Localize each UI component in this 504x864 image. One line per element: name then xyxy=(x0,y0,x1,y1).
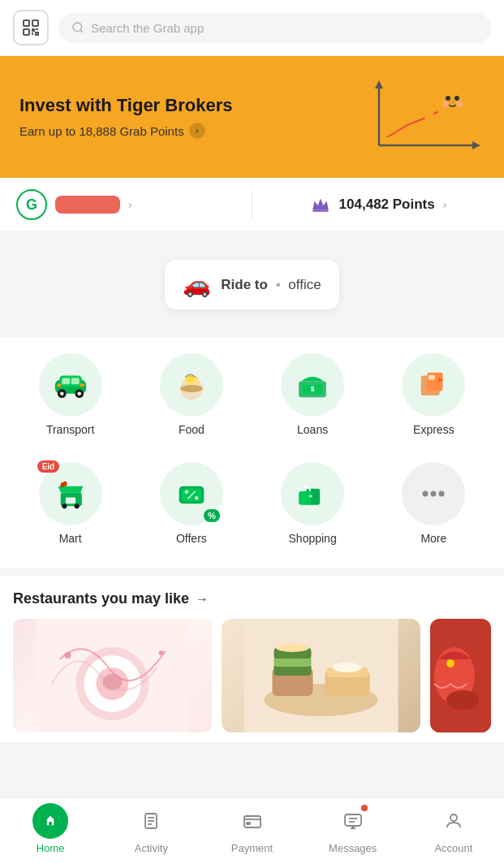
account-icon-bg xyxy=(436,803,472,839)
svg-point-10 xyxy=(454,96,459,101)
svg-point-60 xyxy=(65,652,71,659)
svg-rect-41 xyxy=(65,498,75,504)
svg-text:$: $ xyxy=(311,385,315,393)
svg-point-8 xyxy=(434,83,470,119)
svg-point-70 xyxy=(333,663,362,672)
svg-rect-77 xyxy=(49,822,52,825)
svg-rect-16 xyxy=(312,210,329,212)
home-icon xyxy=(41,811,60,831)
activity-nav-label: Activity xyxy=(135,842,168,854)
svg-point-52 xyxy=(423,491,429,497)
user-profile-section[interactable]: G › xyxy=(16,189,252,220)
restaurant-image-1 xyxy=(13,619,212,732)
shopping-icon-wrap xyxy=(281,462,344,525)
service-express[interactable]: Express xyxy=(377,343,491,446)
loans-icon: $ xyxy=(294,366,331,404)
service-shopping[interactable]: Shopping xyxy=(256,452,370,555)
express-icon-wrap xyxy=(402,353,465,417)
loans-icon-wrap: $ xyxy=(281,353,344,417)
svg-point-53 xyxy=(431,491,437,497)
nav-home[interactable]: Home xyxy=(0,798,101,864)
offers-icon-wrap: % xyxy=(160,462,223,525)
nav-account[interactable]: Account xyxy=(403,798,504,864)
scan-button[interactable] xyxy=(13,10,49,45)
restaurants-header: Restaurants you may like → xyxy=(13,590,491,607)
restaurant-image-2 xyxy=(222,619,420,732)
svg-rect-25 xyxy=(80,383,84,387)
svg-rect-43 xyxy=(62,482,67,486)
nav-messages[interactable]: Messages xyxy=(303,798,403,864)
food-label: Food xyxy=(179,423,205,436)
home-nav-label: Home xyxy=(37,842,65,854)
svg-rect-1 xyxy=(32,20,38,26)
ride-label: Ride to • office xyxy=(221,277,321,293)
offers-icon xyxy=(173,475,210,512)
svg-point-13 xyxy=(456,101,463,107)
svg-point-3 xyxy=(73,23,82,32)
discount-badge: % xyxy=(204,509,220,522)
mart-icon xyxy=(52,475,89,512)
user-name-redacted xyxy=(55,196,120,214)
svg-rect-85 xyxy=(345,814,361,826)
points-section[interactable]: 104,482 Points › xyxy=(252,194,488,215)
more-icon xyxy=(419,479,448,508)
account-icon xyxy=(444,811,463,831)
points-chevron: › xyxy=(443,198,447,211)
banner-text-content: Invest with Tiger Brokers Earn up to 18,… xyxy=(19,95,232,139)
service-mart[interactable]: Eid Mart xyxy=(13,452,127,555)
messages-icon-container xyxy=(335,803,371,839)
ride-destination: office xyxy=(288,277,321,292)
restaurants-title: Restaurants you may like xyxy=(13,590,189,607)
svg-marker-6 xyxy=(375,80,383,89)
svg-rect-50 xyxy=(299,491,311,505)
profile-chevron: › xyxy=(128,198,132,211)
more-label: More xyxy=(420,532,446,545)
svg-point-31 xyxy=(187,377,194,381)
mart-icon-wrap: Eid xyxy=(39,462,102,525)
restaurants-section: Restaurants you may like → xyxy=(0,576,504,742)
service-more[interactable]: More xyxy=(377,452,491,555)
restaurant-card-1[interactable] xyxy=(13,619,212,732)
banner-title: Invest with Tiger Brokers xyxy=(19,95,232,116)
transport-icon xyxy=(52,366,89,404)
messages-icon xyxy=(343,811,363,831)
svg-point-14 xyxy=(424,111,434,121)
nav-payment[interactable]: Payment xyxy=(201,798,302,864)
svg-point-46 xyxy=(184,490,188,494)
service-offers[interactable]: % Offers xyxy=(134,452,248,555)
car-icon: 🚗 xyxy=(183,271,211,298)
promo-banner[interactable]: Invest with Tiger Brokers Earn up to 18,… xyxy=(0,56,504,178)
transport-label: Transport xyxy=(46,423,94,436)
ride-shortcut[interactable]: 🚗 Ride to • office xyxy=(165,260,338,309)
service-food[interactable]: Food xyxy=(134,343,248,446)
svg-rect-23 xyxy=(62,378,70,385)
payment-nav-label: Payment xyxy=(231,842,273,854)
food-icon xyxy=(173,366,210,404)
messages-nav-label: Messages xyxy=(329,842,377,854)
svg-point-40 xyxy=(74,503,79,508)
banner-mascot xyxy=(363,72,485,162)
svg-rect-37 xyxy=(429,375,435,380)
messages-notification-dot xyxy=(361,805,368,811)
service-transport[interactable]: Transport xyxy=(13,343,127,446)
restaurant-card-2[interactable] xyxy=(222,619,420,732)
more-icon-wrap xyxy=(402,462,465,525)
svg-point-88 xyxy=(450,814,457,821)
nav-activity[interactable]: Activity xyxy=(101,798,201,864)
restaurant-card-3[interactable] xyxy=(430,619,491,732)
svg-point-20 xyxy=(60,391,64,395)
bottom-nav: Home Activity Payment xyxy=(0,797,504,864)
svg-point-74 xyxy=(446,659,454,667)
svg-rect-51 xyxy=(309,495,313,498)
search-bar[interactable]: Search the Grab app xyxy=(58,13,491,43)
svg-rect-0 xyxy=(24,20,29,26)
svg-point-61 xyxy=(159,650,164,655)
service-loans[interactable]: $ Loans xyxy=(256,343,370,446)
restaurant-image-3 xyxy=(430,619,491,732)
payment-icon xyxy=(243,811,262,831)
ride-dot: • xyxy=(276,277,281,292)
restaurants-see-more[interactable]: → xyxy=(196,592,209,607)
mart-label: Mart xyxy=(59,532,82,545)
svg-point-9 xyxy=(446,96,450,101)
svg-rect-24 xyxy=(71,378,79,385)
